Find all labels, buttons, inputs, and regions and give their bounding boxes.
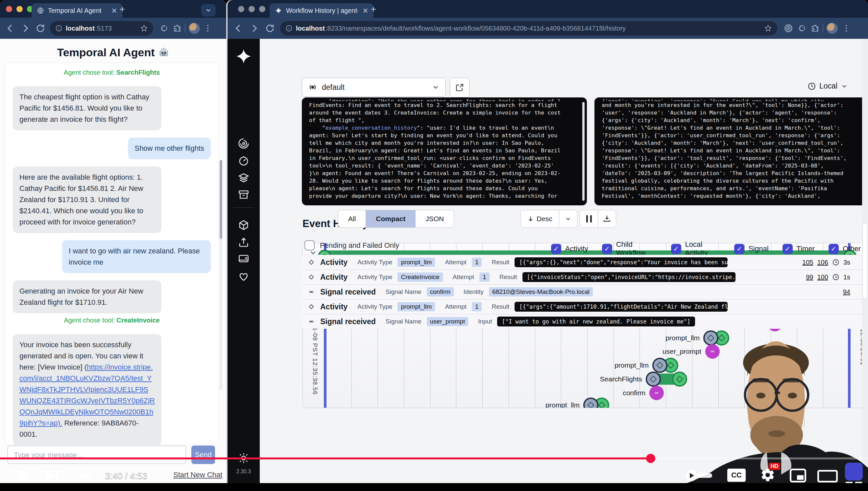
- activity-scheduled-marker[interactable]: [583, 398, 598, 408]
- archive-icon[interactable]: [238, 189, 250, 201]
- sort-chevron[interactable]: [559, 210, 577, 227]
- event-history-row[interactable]: Signal receivedSignal NameconfirmIdentit…: [303, 284, 868, 299]
- download-button[interactable]: [598, 210, 616, 227]
- temporal-logo-icon[interactable]: [236, 48, 252, 64]
- invoice-link[interactable]: https://invoice.stripe.com/i/acct_1NBOLu…: [20, 363, 155, 427]
- event-id-link[interactable]: 100: [817, 273, 828, 281]
- browser-menu-icon[interactable]: [204, 25, 212, 32]
- new-tab-button[interactable]: [118, 5, 126, 13]
- claude-extension-icon[interactable]: [160, 24, 168, 33]
- scroll-top-button[interactable]: [845, 463, 863, 481]
- event-history-row[interactable]: ActivityActivity Typeprompt_llmAttempt1R…: [303, 299, 868, 314]
- type-filter-activity[interactable]: ✓Activity: [551, 244, 588, 254]
- workflow-result-code-block[interactable]: {'next': 'question', 'response': "Sure! …: [594, 97, 868, 205]
- event-id-link[interactable]: 105: [802, 259, 813, 266]
- start-new-chat-link[interactable]: Start New Chat: [173, 470, 222, 479]
- chat-scrollbar[interactable]: [220, 160, 222, 390]
- pause-button[interactable]: [580, 210, 598, 227]
- event-history-row[interactable]: ActivityActivity TypeCreateInvoiceAttemp…: [303, 269, 868, 284]
- view-tab-compact[interactable]: Compact: [366, 210, 415, 227]
- browser-tab[interactable]: Temporal AI Agent ✕: [32, 3, 122, 18]
- batch-icon[interactable]: [238, 172, 250, 184]
- event-id-link[interactable]: 94: [843, 288, 850, 296]
- activity-scheduled-marker[interactable]: [652, 358, 668, 373]
- send-button[interactable]: Send: [191, 445, 215, 464]
- type-filter-timer[interactable]: ✓Timer: [782, 244, 815, 254]
- checkbox-checked[interactable]: ✓: [734, 244, 744, 254]
- reload-icon[interactable]: [35, 23, 45, 33]
- extensions-puzzle-icon[interactable]: [173, 24, 182, 33]
- captions-button[interactable]: CC: [727, 469, 746, 482]
- autoplay-toggle[interactable]: [686, 470, 712, 481]
- favorites-icon[interactable]: [238, 270, 250, 282]
- play-button[interactable]: [17, 468, 28, 483]
- bookmark-star-icon[interactable]: [764, 24, 772, 32]
- back-icon[interactable]: [234, 23, 243, 33]
- window-controls[interactable]: [238, 6, 265, 12]
- event-history-row[interactable]: Signal receivedSignal Nameuser_promptInp…: [303, 314, 868, 329]
- tab-search-chevron[interactable]: [201, 4, 216, 17]
- workflow-input-code-block[interactable]: "description": "Help the user gather arg…: [302, 97, 587, 205]
- back-icon[interactable]: [5, 23, 15, 33]
- sort-order-button[interactable]: Desc: [521, 210, 577, 228]
- theater-mode-button[interactable]: [817, 470, 838, 483]
- extensions-puzzle-icon[interactable]: [811, 24, 819, 33]
- settings-gear-icon[interactable]: HD: [760, 467, 775, 483]
- password-manager-extension-icon[interactable]: [784, 24, 793, 33]
- window-controls[interactable]: [6, 6, 33, 12]
- event-id-link[interactable]: 99: [806, 273, 813, 281]
- close-window-button[interactable]: [6, 6, 12, 12]
- event-history-row[interactable]: ActivityActivity Typeprompt_llmAttempt1R…: [303, 255, 868, 269]
- checkbox-checked[interactable]: ✓: [602, 244, 612, 254]
- feedback-icon[interactable]: [238, 253, 250, 265]
- checkbox-checked[interactable]: ✓: [671, 244, 681, 254]
- video-progress-knob[interactable]: [646, 454, 655, 463]
- minimize-window-button[interactable]: [17, 6, 23, 12]
- close-window-button[interactable]: [238, 6, 244, 12]
- message-input[interactable]: Type your message...: [7, 445, 186, 464]
- export-icon[interactable]: [238, 236, 250, 248]
- event-id-link[interactable]: 106: [817, 259, 828, 266]
- checkbox-checked[interactable]: ✓: [782, 244, 793, 254]
- volume-icon[interactable]: [78, 469, 92, 483]
- code-scrollbar[interactable]: [582, 102, 585, 201]
- checkbox-checked[interactable]: ✓: [551, 244, 561, 254]
- checkbox-checked[interactable]: ✓: [829, 244, 839, 254]
- miniplayer-button[interactable]: [790, 469, 806, 483]
- close-tab-icon[interactable]: ✕: [362, 7, 368, 14]
- site-info-icon[interactable]: [55, 25, 62, 32]
- view-tab-json[interactable]: JSON: [415, 210, 454, 227]
- right-tabstrip: Workflow History | agent-wor ✕: [227, 0, 868, 18]
- minimize-window-button[interactable]: [249, 6, 255, 12]
- video-progress-bar[interactable]: [0, 457, 868, 459]
- next-button[interactable]: [46, 470, 58, 481]
- forward-icon[interactable]: [249, 23, 259, 33]
- profile-avatar[interactable]: [189, 23, 200, 34]
- pending-failed-filter[interactable]: Pending and Failed Only: [305, 240, 399, 251]
- forward-icon[interactable]: [20, 23, 30, 33]
- site-info-icon[interactable]: [285, 25, 292, 32]
- browser-tab[interactable]: Workflow History | agent-wor ✕: [270, 3, 373, 18]
- workflows-icon[interactable]: [238, 138, 250, 149]
- browser-menu-icon[interactable]: [842, 25, 850, 32]
- namespace-select[interactable]: default: [302, 78, 446, 97]
- claude-extension-icon[interactable]: [798, 24, 806, 33]
- pending-checkbox[interactable]: [305, 240, 315, 251]
- type-filter-signal[interactable]: ✓Signal: [734, 244, 768, 254]
- timezone-select[interactable]: Local: [807, 82, 848, 90]
- activity-scheduled-marker[interactable]: [646, 372, 661, 387]
- signal-event-marker[interactable]: [649, 386, 664, 400]
- type-filter-other[interactable]: ✓Other: [829, 244, 861, 254]
- bookmark-star-icon[interactable]: [140, 24, 148, 32]
- profile-avatar[interactable]: [827, 23, 838, 34]
- address-bar[interactable]: localhost:8233/namespaces/default/workfl…: [280, 21, 777, 35]
- view-tab-all[interactable]: All: [338, 210, 366, 227]
- new-tab-button[interactable]: [370, 5, 377, 13]
- open-namespace-button[interactable]: [450, 78, 469, 97]
- schedules-icon[interactable]: [238, 155, 250, 167]
- zoom-window-button[interactable]: [259, 6, 265, 12]
- deployments-icon[interactable]: [238, 219, 250, 231]
- address-bar[interactable]: localhost:5173: [50, 21, 153, 35]
- close-tab-icon[interactable]: ✕: [111, 7, 117, 14]
- reload-icon[interactable]: [265, 23, 275, 33]
